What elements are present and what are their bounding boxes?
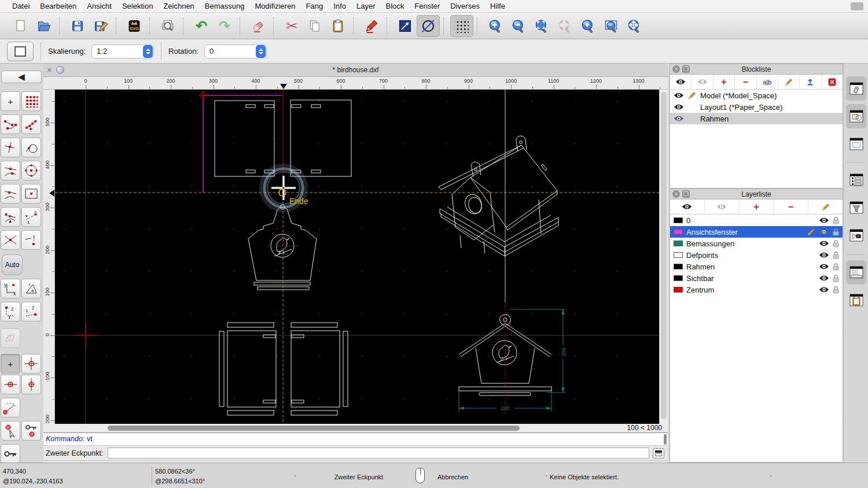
command-window-button[interactable]: [653, 448, 664, 459]
ellipse-tool-button[interactable]: [417, 15, 440, 37]
menu-modifizieren[interactable]: Modifizieren: [250, 2, 301, 10]
open-file-button[interactable]: [32, 15, 56, 37]
horizontal-scrollbar[interactable]: 100 < 1000: [43, 424, 668, 432]
snap-reference-button[interactable]: [21, 184, 41, 204]
scale-combobox[interactable]: 1:2: [91, 45, 154, 58]
save-as-button[interactable]: [89, 15, 112, 37]
viewport-tool-button[interactable]: [7, 42, 34, 61]
palette-back-button[interactable]: ◀: [1, 71, 42, 83]
snap-tangent-button[interactable]: [21, 138, 41, 157]
restrict-vertical-button[interactable]: [21, 375, 41, 394]
hide-all-blocks-button[interactable]: [692, 75, 713, 89]
svg-export-button[interactable]: SVG: [123, 15, 146, 37]
snap-free-button[interactable]: +: [1, 91, 20, 111]
command-history[interactable]: Kommando: vt: [43, 432, 668, 446]
paste-button[interactable]: [326, 15, 350, 37]
lock-relative-zero-button[interactable]: [21, 421, 41, 441]
restrict-both-button[interactable]: [21, 354, 41, 374]
lock-icon[interactable]: [832, 286, 840, 294]
layer-visible-eye-icon[interactable]: [819, 217, 829, 224]
lock-icon[interactable]: [832, 239, 840, 248]
menu-bemassung[interactable]: Bemassung: [200, 2, 250, 10]
print-preview-button[interactable]: [156, 15, 179, 37]
dock-selection-filter-button[interactable]: [846, 195, 866, 220]
auto-zoom-button[interactable]: [530, 15, 553, 37]
command-history-scrollbar[interactable]: [664, 434, 667, 445]
add-layer-button[interactable]: +: [740, 199, 774, 214]
lock-icon[interactable]: [832, 274, 840, 283]
remove-block-button[interactable]: −: [735, 75, 756, 89]
lock-icon[interactable]: [832, 251, 840, 260]
hide-all-layers-button[interactable]: [705, 199, 740, 214]
layer-item-ansichtsfenster[interactable]: Ansichtsfenster: [670, 226, 843, 238]
grid-toggle-button[interactable]: [450, 15, 473, 37]
layer-visible-eye-icon[interactable]: [674, 92, 684, 99]
snap-middle-button[interactable]: [1, 161, 20, 180]
layer-visible-eye-icon[interactable]: [674, 103, 684, 110]
snap-intersection-manual-button[interactable]: !: [21, 230, 41, 250]
block-item-model-model-space-[interactable]: Model (*Model_Space): [670, 90, 843, 101]
drawing-canvas[interactable]: 220 209 Ende: [55, 90, 659, 424]
snap-perpendicular-button[interactable]: [1, 138, 20, 157]
layer-item-zentrum[interactable]: Zentrum: [670, 284, 843, 295]
snap-endpoints-button[interactable]: [1, 114, 20, 134]
snap-on-entity-button[interactable]: [1, 184, 20, 204]
snap-angle-button[interactable]: [1, 398, 20, 417]
lock-icon[interactable]: [832, 263, 840, 271]
purge-block-button[interactable]: [822, 75, 843, 89]
dock-layer-list-button[interactable]: [846, 104, 866, 128]
edit-layer-button[interactable]: [808, 199, 843, 214]
vertical-scrollbar-thumb[interactable]: [661, 92, 667, 419]
menu-bearbeiten[interactable]: Bearbeiten: [35, 2, 82, 10]
stepper-icon[interactable]: [143, 45, 153, 58]
snap-center-button[interactable]: [21, 161, 41, 180]
layer-visible-eye-icon[interactable]: [819, 252, 829, 258]
menu-info[interactable]: Info: [328, 2, 351, 10]
layer-item-sichtbar[interactable]: Sichtbar: [670, 272, 843, 284]
dock-view-list-button[interactable]: [846, 132, 866, 156]
delete-button[interactable]: [247, 15, 270, 37]
snap-auto-button[interactable]: Auto: [2, 254, 23, 275]
layer-item-0[interactable]: 0: [670, 215, 843, 226]
insert-block-button[interactable]: [800, 75, 821, 89]
show-all-blocks-button[interactable]: [670, 75, 692, 89]
layer-visible-eye-icon[interactable]: [819, 275, 829, 282]
layer-visible-eye-icon[interactable]: [819, 263, 829, 270]
rotation-combobox[interactable]: 0: [204, 45, 267, 58]
menu-ansicht[interactable]: Ansicht: [82, 2, 117, 10]
edit-block-button[interactable]: [778, 75, 800, 89]
menu-fenster[interactable]: Fenster: [409, 2, 445, 10]
save-button[interactable]: [66, 15, 89, 37]
previous-view-button[interactable]: [576, 15, 599, 37]
close-panel-icon[interactable]: ×: [672, 190, 680, 198]
lock-snap-button[interactable]: [1, 444, 20, 464]
dock-relative-zero-button[interactable]: [846, 223, 866, 247]
dock-command-line-button[interactable]: [846, 260, 866, 284]
snap-points-button[interactable]: [21, 114, 41, 134]
layer-visible-eye-icon[interactable]: [819, 240, 829, 247]
layer-visible-eye-icon[interactable]: [819, 286, 829, 293]
drawing-preferences-button[interactable]: [360, 15, 383, 37]
relative-cartesian-button[interactable]: 12: [1, 302, 20, 321]
snap-auto-intersection-button[interactable]: [1, 207, 20, 227]
close-panel-icon[interactable]: ×: [672, 65, 680, 73]
block-item-layout1-paper-space-[interactable]: Layout1 (*Paper_Space): [670, 101, 843, 113]
menu-selektion[interactable]: Selektion: [117, 2, 158, 10]
line-tool-button[interactable]: [393, 15, 417, 37]
lock-icon[interactable]: [832, 216, 840, 225]
coordinate-xy-button[interactable]: yx: [1, 279, 20, 298]
layer-visible-eye-icon[interactable]: [819, 228, 829, 235]
layer-item-defpoints[interactable]: Defpoints: [670, 249, 843, 261]
snap-intersection-button[interactable]: [1, 230, 20, 250]
undo-button[interactable]: ↶: [190, 15, 213, 37]
relative-polar-button[interactable]: 12: [21, 302, 41, 321]
zoom-in-button[interactable]: [484, 15, 507, 37]
dock-library-browser-button[interactable]: [846, 168, 866, 192]
new-file-button[interactable]: [9, 15, 32, 37]
dock-block-list-button[interactable]: [846, 76, 866, 101]
menu-fang[interactable]: Fang: [301, 2, 329, 10]
rename-block-button[interactable]: a|b: [757, 75, 778, 89]
zoom-window-button[interactable]: [599, 15, 623, 37]
menu-block[interactable]: Block: [380, 2, 409, 10]
detach-panel-icon[interactable]: ❐: [682, 65, 690, 73]
